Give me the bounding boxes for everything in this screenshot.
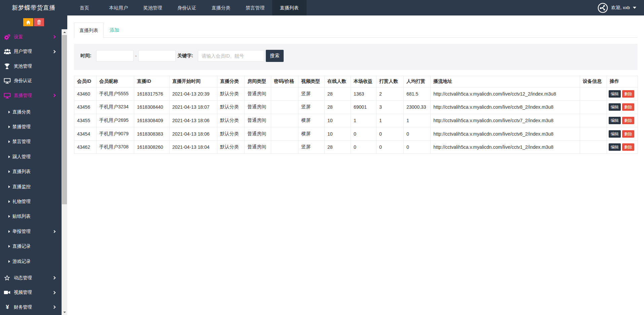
table-row: 43462 手机用户3708 1618308260 2021-04-13 18:… — [74, 140, 638, 154]
edit-button[interactable]: 编辑 — [609, 90, 621, 98]
triangle-right-icon — [8, 185, 10, 188]
delete-button[interactable]: 删除 — [622, 103, 634, 111]
avatar-icon — [598, 3, 608, 13]
cell-stream-url: http://cctvalih5ca.v.myalicdn.com/live/c… — [431, 127, 580, 141]
chevron-down-icon — [633, 7, 636, 9]
cell-device — [580, 114, 607, 127]
sidebar-subitem-label: 禁播管理 — [12, 124, 62, 130]
trash-button[interactable] — [34, 18, 44, 26]
top-nav: 首页本站用户奖池管理身份认证直播分类禁言管理直播列表 — [67, 0, 307, 15]
delete-button[interactable]: 删除 — [622, 117, 634, 124]
cell-password-price — [271, 127, 298, 141]
topnav-item-3[interactable]: 身份认证 — [170, 0, 204, 15]
cell-device — [580, 101, 607, 114]
cell-room-type: 普通房间 — [245, 140, 271, 154]
cogs-icon — [4, 34, 11, 40]
topnav-item-2[interactable]: 奖池管理 — [136, 0, 170, 15]
search-button[interactable]: 搜索 — [266, 50, 284, 62]
sidebar-item[interactable]: 视频管理 — [0, 285, 62, 300]
cell-video-type: 横屏 — [298, 114, 325, 127]
edit-button[interactable]: 编辑 — [609, 143, 621, 151]
cell-stream-url: http://cctvalih5ca.v.myalicdn.com/live/c… — [431, 87, 580, 101]
sidebar-item[interactable]: 动态管理 — [0, 271, 62, 285]
scrollbar-down-button[interactable] — [62, 309, 67, 315]
topnav-item-4[interactable]: 直播分类 — [204, 0, 238, 15]
sidebar-item[interactable]: 直播管理 — [0, 88, 62, 103]
sidebar-item-label: 奖池管理 — [14, 63, 62, 69]
triangle-right-icon — [8, 170, 10, 173]
star-icon — [4, 275, 10, 281]
sidebar-item[interactable]: 身份认证 — [0, 74, 62, 89]
brand-title: 新梦蝶带货直播 — [0, 0, 67, 15]
sidebar-subitem[interactable]: 禁言管理 — [0, 134, 62, 149]
sidebar-quick-buttons — [0, 18, 67, 26]
tab-live-list[interactable]: 直播列表 — [74, 23, 104, 38]
sidebar-item[interactable]: 设置 — [0, 30, 62, 44]
edit-button[interactable]: 编辑 — [609, 103, 621, 111]
cell-income: 1363 — [351, 87, 377, 101]
cell-start-time: 2021-04-13 18:04 — [170, 140, 217, 154]
sidebar-subitem[interactable]: 举报管理 — [0, 224, 62, 239]
topnav-item-6[interactable]: 直播列表 — [272, 0, 307, 15]
trash-icon — [37, 20, 41, 25]
sidebar-subitem[interactable]: 直播监控 — [0, 179, 62, 194]
tab-add[interactable]: 添加 — [104, 23, 125, 38]
users-icon — [4, 48, 11, 55]
sidebar-subitem-label: 直播监控 — [12, 184, 62, 190]
cell-password-price — [271, 101, 298, 114]
sidebar-subitem[interactable]: 踢人管理 — [0, 149, 62, 164]
cell-actions: 编辑删除 — [607, 127, 638, 141]
delete-button[interactable]: 删除 — [622, 130, 634, 138]
time-to-input[interactable] — [138, 50, 176, 62]
time-from-input[interactable] — [96, 50, 134, 62]
cell-member-id: 43456 — [74, 101, 97, 114]
cell-avg-tip: 0 — [404, 140, 431, 154]
sidebar-subitem[interactable]: 直播列表 — [0, 164, 62, 179]
trophy-icon — [4, 63, 10, 70]
delete-button[interactable]: 删除 — [622, 90, 634, 98]
cell-income: 0 — [351, 140, 377, 154]
triangle-right-icon — [8, 230, 10, 233]
edit-button[interactable]: 编辑 — [609, 130, 621, 138]
sidebar-subitem-label: 礼物管理 — [12, 199, 62, 205]
sidebar-subitem[interactable]: 游戏记录 — [0, 254, 62, 269]
cell-actions: 编辑删除 — [607, 140, 638, 154]
home-button[interactable] — [23, 18, 33, 26]
topnav-item-0[interactable]: 首页 — [67, 0, 102, 15]
cell-tippers: 0 — [377, 140, 404, 154]
scrollbar-thumb[interactable] — [62, 35, 67, 204]
chevron-right-icon — [52, 50, 56, 53]
scrollbar-up-button[interactable] — [62, 29, 67, 35]
column-header: 会员昵称 — [97, 76, 134, 87]
cell-actions: 编辑删除 — [607, 114, 638, 127]
edit-button[interactable]: 编辑 — [609, 117, 621, 124]
topnav-item-5[interactable]: 禁言管理 — [238, 0, 273, 15]
sidebar-subitem[interactable]: 礼物管理 — [0, 194, 62, 209]
cell-video-type: 竖屏 — [298, 140, 325, 154]
sidebar-item[interactable]: 奖池管理 — [0, 59, 62, 74]
topnav-item-1[interactable]: 本站用户 — [102, 0, 136, 15]
cell-start-time: 2021-04-13 18:06 — [170, 127, 217, 141]
column-header: 直播ID — [134, 76, 170, 87]
delete-button[interactable]: 删除 — [622, 143, 634, 151]
sidebar-item[interactable]: 用户管理 — [0, 44, 62, 59]
sidebar-menu: 设置 用户管理 奖池管理 身份认证 直播管理 直播分类 禁播管理 禁言管理 踢人… — [0, 30, 62, 314]
sidebar-scrollbar[interactable] — [62, 29, 67, 315]
cell-stream-url: http://cctvalih5ca.v.myalicdn.com/live/c… — [431, 140, 580, 154]
cell-live-id: 1618308260 — [134, 140, 170, 154]
keyword-input[interactable] — [198, 50, 264, 62]
chevron-right-icon — [52, 94, 56, 97]
cell-live-id: 1618317576 — [134, 87, 170, 101]
sidebar-subitem[interactable]: 直播记录 — [0, 239, 62, 254]
cell-nickname: 手机用户3708 — [97, 140, 134, 154]
column-header: 会员ID — [74, 76, 97, 87]
sidebar-subitem[interactable]: 贴纸列表 — [0, 209, 62, 224]
sidebar-item-label: 设置 — [14, 34, 53, 40]
cell-online: 10 — [325, 114, 351, 127]
sidebar-subitem[interactable]: 直播分类 — [0, 105, 62, 119]
sidebar-subitem-label: 举报管理 — [12, 229, 53, 235]
sidebar-item[interactable]: ¥ 财务管理 — [0, 300, 62, 315]
column-header: 直播开始时间 — [170, 76, 217, 87]
sidebar-subitem[interactable]: 禁播管理 — [0, 119, 62, 134]
user-menu[interactable]: 欢迎, xxb — [598, 0, 636, 15]
